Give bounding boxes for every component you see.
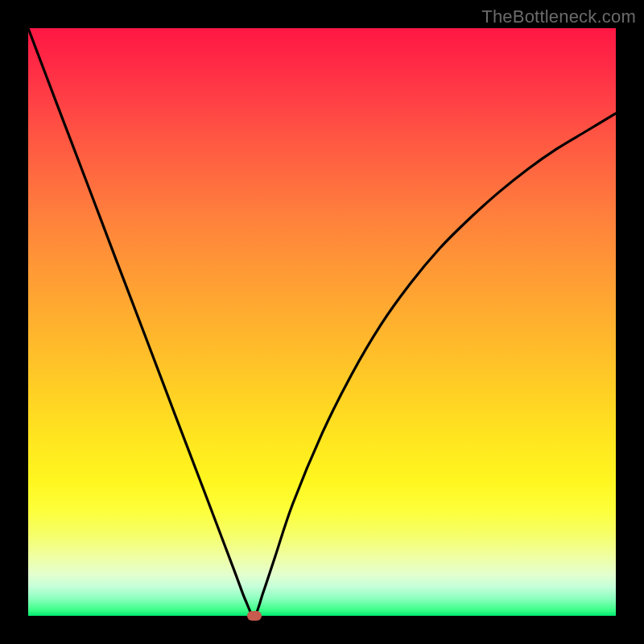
chart-frame: TheBottleneck.com [0, 0, 644, 644]
plot-area [28, 28, 616, 616]
bottleneck-curve [28, 28, 616, 616]
watermark-text: TheBottleneck.com [481, 6, 636, 27]
optimal-point-marker [247, 611, 262, 621]
